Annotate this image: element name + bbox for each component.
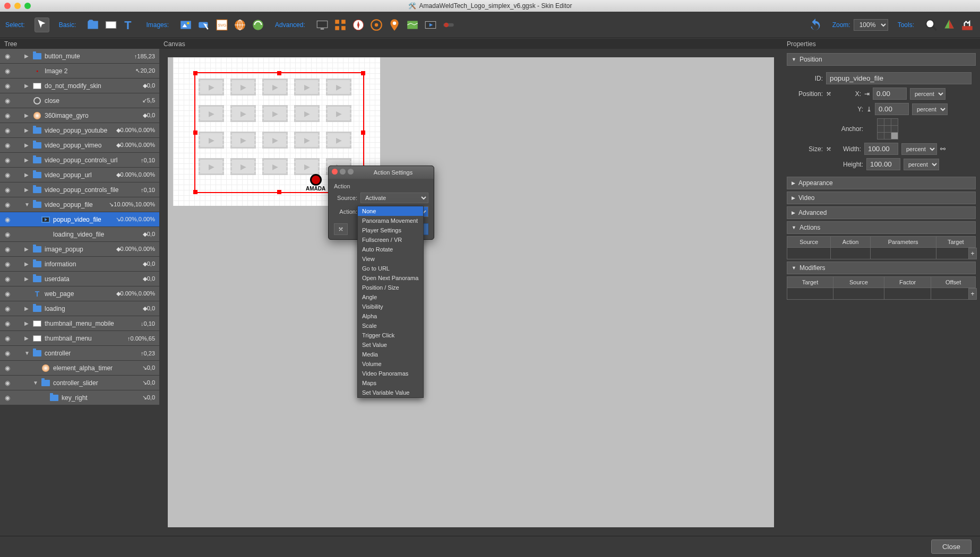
add-modifier-button[interactable]: + <box>968 288 977 300</box>
link-size-icon[interactable]: ⤱ <box>826 145 831 153</box>
text-tool[interactable]: T <box>122 18 136 32</box>
magnifier-tool[interactable] <box>924 18 939 32</box>
disclosure-icon[interactable]: ▶ <box>24 112 32 118</box>
disclosure-icon[interactable]: ▶ <box>24 276 32 282</box>
dropdown-item[interactable]: Position / Size <box>358 283 423 292</box>
tree-row[interactable]: ◉▶video_popup_controls_file↑0,10 <box>0 182 159 197</box>
disclosure-icon[interactable]: ▶ <box>24 53 32 59</box>
align-x-icon[interactable]: ⇥ <box>864 90 870 98</box>
dropdown-item[interactable]: Trigger Click <box>358 330 423 340</box>
tree-row[interactable]: ◉▶thumbnail_menu_mobile↓0,10 <box>0 316 159 331</box>
modifiers-section-header[interactable]: ▼Modifiers <box>787 262 976 274</box>
x-unit-select[interactable]: percent <box>910 88 945 100</box>
dropdown-item[interactable]: Open Next Panorama <box>358 273 423 283</box>
dropdown-item[interactable]: Go to URL <box>358 264 423 273</box>
container-tool[interactable] <box>85 18 100 32</box>
tree-row[interactable]: ◉▶loading◆0,0 <box>0 301 159 316</box>
advanced-section-header[interactable]: ▶Advanced <box>787 206 976 219</box>
tree-row[interactable]: ◉▶button_mute↑185,23 <box>0 49 159 64</box>
tree-row[interactable]: ◉▶video_popup_controls_url↑0,10 <box>0 153 159 168</box>
tree-row[interactable]: ◉▶image_popup◆0.00%,0.00% <box>0 242 159 257</box>
visibility-icon[interactable]: ◉ <box>0 127 15 134</box>
action-dropdown[interactable]: NonePanorama MovementPlayer SettingsFull… <box>357 206 424 398</box>
disclosure-icon[interactable]: ▶ <box>24 142 32 148</box>
dropdown-item[interactable]: Media <box>358 350 423 359</box>
disclosure-icon[interactable]: ▶ <box>24 320 32 326</box>
dropdown-item[interactable]: None <box>358 206 423 216</box>
disclosure-icon[interactable]: ▶ <box>24 83 32 89</box>
visibility-icon[interactable]: ◉ <box>0 350 15 357</box>
visibility-icon[interactable]: ◉ <box>0 231 15 238</box>
color-tool[interactable] <box>942 18 957 32</box>
disclosure-icon[interactable]: ▶ <box>24 306 32 311</box>
visibility-icon[interactable]: ◉ <box>0 320 15 327</box>
disclosure-icon[interactable]: ▼ <box>33 380 40 386</box>
visibility-icon[interactable]: ◉ <box>0 260 15 268</box>
button-tool[interactable] <box>196 18 211 32</box>
disclosure-icon[interactable]: ▶ <box>24 127 32 133</box>
tree-row[interactable]: ◉▶360image_gyro◆0,0 <box>0 108 159 123</box>
dropdown-item[interactable]: Video Panoramas <box>358 369 423 378</box>
visibility-icon[interactable]: ◉ <box>0 67 15 75</box>
dropdown-item[interactable]: Set Value <box>358 340 423 350</box>
zoom-select[interactable]: 100% <box>854 19 888 31</box>
tree-row[interactable]: ◉popup_video_file↘0.00%,0.00% <box>0 212 159 227</box>
globe-tool[interactable] <box>233 18 247 32</box>
close-button[interactable]: Close <box>931 539 972 554</box>
y-unit-select[interactable]: percent <box>912 103 948 115</box>
dropdown-item[interactable]: View <box>358 254 423 264</box>
add-action-button[interactable]: + <box>968 248 977 259</box>
y-input[interactable] <box>875 103 909 115</box>
tree-row[interactable]: ◉▶userdata◆0,0 <box>0 272 159 286</box>
visibility-icon[interactable]: ◉ <box>0 379 15 387</box>
disclosure-icon[interactable]: ▶ <box>24 157 32 163</box>
undo-button[interactable] <box>808 18 823 32</box>
disclosure-icon[interactable]: ▶ <box>24 261 32 267</box>
dropdown-item[interactable]: Player Settings <box>358 225 423 235</box>
visibility-icon[interactable]: ◉ <box>0 82 15 90</box>
visibility-icon[interactable]: ◉ <box>0 156 15 164</box>
height-input[interactable] <box>866 158 900 170</box>
dropdown-item[interactable]: Volume <box>358 359 423 369</box>
disclosure-icon[interactable]: ▶ <box>24 172 32 178</box>
visibility-icon[interactable]: ◉ <box>0 305 15 312</box>
visibility-icon[interactable]: ◉ <box>0 335 15 342</box>
tree-row[interactable]: ◉▶do_not_modify_skin◆0,0 <box>0 79 159 93</box>
visibility-icon[interactable]: ◉ <box>0 290 15 298</box>
disclosure-icon[interactable]: ▼ <box>24 202 32 207</box>
dropdown-item[interactable]: Fullscreen / VR <box>358 235 423 245</box>
disclosure-icon[interactable]: ▶ <box>24 246 32 252</box>
map-tool[interactable] <box>405 18 420 32</box>
share-icon[interactable]: ⤱ <box>334 223 348 235</box>
id-input[interactable] <box>826 72 972 84</box>
image-tool[interactable] <box>178 18 193 32</box>
x-input[interactable] <box>873 88 907 100</box>
position-section-header[interactable]: ▼Position <box>787 53 976 66</box>
disclosure-icon[interactable]: ▶ <box>24 187 32 193</box>
visibility-icon[interactable]: ◉ <box>0 275 15 283</box>
width-unit-select[interactable]: percent <box>901 143 937 155</box>
settings-tool[interactable] <box>960 18 975 32</box>
dropdown-item[interactable]: Panorama Movement <box>358 216 423 225</box>
switch-tool[interactable] <box>441 18 456 32</box>
link-icon[interactable]: ⤱ <box>826 90 831 98</box>
visibility-icon[interactable]: ◉ <box>0 142 15 149</box>
source-select[interactable]: Activate <box>360 193 428 203</box>
visibility-icon[interactable]: ◉ <box>0 171 15 179</box>
tree-row[interactable]: ◉●Image 2↖20,20 <box>0 64 159 79</box>
tree-row[interactable]: ◉▼video_popup_file↘10.00%,10.00% <box>0 197 159 212</box>
minimize-window-icon[interactable] <box>14 3 21 9</box>
visibility-icon[interactable]: ◉ <box>0 394 15 402</box>
modifiers-table[interactable]: TargetSourceFactorOffset <box>787 276 976 300</box>
anchor-grid[interactable] <box>877 118 898 140</box>
align-y-icon[interactable]: ⤓ <box>866 106 872 113</box>
svg-tool[interactable]: SVG <box>214 18 229 32</box>
width-input[interactable] <box>864 143 898 155</box>
visibility-icon[interactable]: ◉ <box>0 201 15 208</box>
video-tool[interactable] <box>423 18 438 32</box>
popup-close-icon[interactable] <box>332 169 338 175</box>
visibility-icon[interactable]: ◉ <box>0 112 15 119</box>
tree-row[interactable]: ◉▶video_popup_youtube◆0.00%,0.00% <box>0 123 159 138</box>
actions-table[interactable]: SourceActionParametersTarget <box>787 236 976 259</box>
visibility-icon[interactable]: ◉ <box>0 216 15 223</box>
